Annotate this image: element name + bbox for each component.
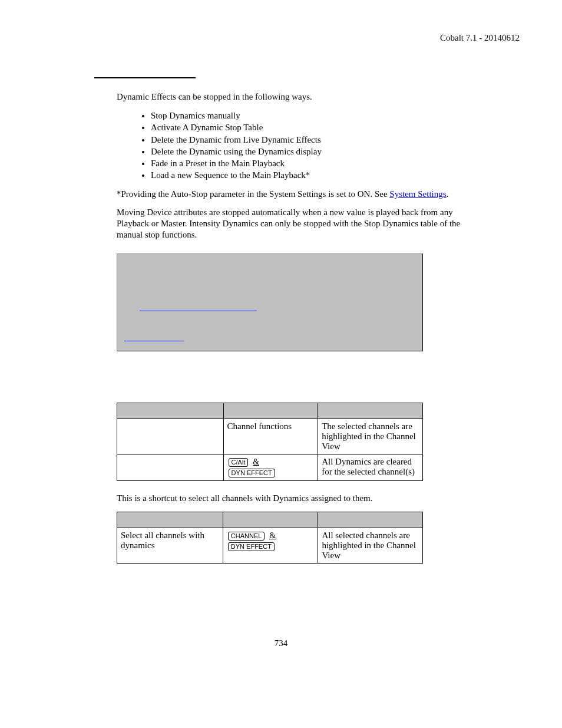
list-item: Fade in a Preset in the Main Playback: [151, 157, 482, 169]
note-link-1[interactable]: [140, 302, 257, 312]
autostop-footnote: *Providing the Auto-Stop parameter in th…: [117, 189, 482, 200]
page: Cobalt 7.1 - 20140612 Dynamic Effects ca…: [0, 0, 562, 728]
list-item: Delete the Dynamic from Live Dynamic Eff…: [151, 134, 482, 146]
table-header-row: Action Key Feedback: [117, 403, 423, 419]
list-item: Load a new Sequence to the Main Playback…: [151, 169, 482, 181]
table-row: Select all channels with dynamics CHANNE…: [117, 528, 423, 563]
table-row: Clear Dynamics C/Alt & DYN EFFECT All Dy…: [117, 454, 423, 481]
list-item: Delete the Dynamic using the Dynamics di…: [151, 146, 482, 157]
cell-feedback: The selected channels are highlighted in…: [318, 419, 423, 454]
keycap-dyn-effect: DYN EFFECT: [229, 469, 275, 477]
ampersand: &: [269, 531, 276, 540]
cell-key: C/Alt & DYN EFFECT: [223, 454, 318, 481]
cell-feedback: All selected channels are highlighted in…: [318, 528, 423, 563]
doc-version: Cobalt 7.1 - 20140612: [440, 33, 520, 43]
instructions-table-2: Action Key Feedback Select all channels …: [117, 512, 423, 564]
col-key-header: Key: [223, 403, 318, 419]
table-row: Select channel(s) Channel functions The …: [117, 419, 423, 454]
col-key-header: Key: [223, 512, 318, 528]
page-number: 734: [0, 638, 562, 648]
col-feedback-header: Feedback: [318, 403, 423, 419]
keycap-dyn-effect: DYN EFFECT: [228, 542, 275, 551]
cell-key: CHANNEL & DYN EFFECT: [223, 528, 318, 563]
list-item: Activate A Dynamic Stop Table: [151, 121, 482, 133]
cell-feedback: All Dynamics are cleared for the selecte…: [318, 454, 423, 481]
footnote-suffix: .: [447, 189, 449, 199]
body-column: Dynamic Effects can be stopped in the fo…: [117, 91, 482, 564]
list-item: Stop Dynamics manually: [151, 110, 482, 121]
col-action-header: Action: [117, 512, 223, 528]
section-title-placeholder: [94, 68, 196, 78]
system-settings-link[interactable]: System Settings: [389, 189, 446, 199]
keycap-c-alt: C/Alt: [229, 458, 249, 467]
intro-paragraph: Dynamic Effects can be stopped in the fo…: [117, 91, 482, 103]
cell-action: Select channel(s): [117, 419, 224, 454]
stop-methods-list: Stop Dynamics manually Activate A Dynami…: [117, 110, 482, 182]
moving-device-paragraph: Moving Device attributes are stopped aut…: [117, 207, 482, 241]
ampersand: &: [253, 457, 259, 466]
cell-action: Clear Dynamics: [117, 454, 224, 481]
col-feedback-header: Feedback: [318, 512, 423, 528]
instructions-table-1: Action Key Feedback Select channel(s) Ch…: [117, 403, 423, 481]
table-header-row: Action Key Feedback: [117, 512, 423, 528]
keycap-channel: CHANNEL: [228, 532, 265, 541]
cell-key: Channel functions: [223, 419, 318, 454]
col-action-header: Action: [117, 403, 224, 419]
footnote-prefix: *Providing the Auto-Stop parameter in th…: [117, 189, 389, 199]
shortcut-paragraph: This is a shortcut to select all channel…: [117, 493, 482, 504]
note-link-2[interactable]: [124, 332, 184, 342]
cell-action: Select all channels with dynamics: [117, 528, 223, 563]
note-box: NOTE See: [117, 253, 423, 351]
